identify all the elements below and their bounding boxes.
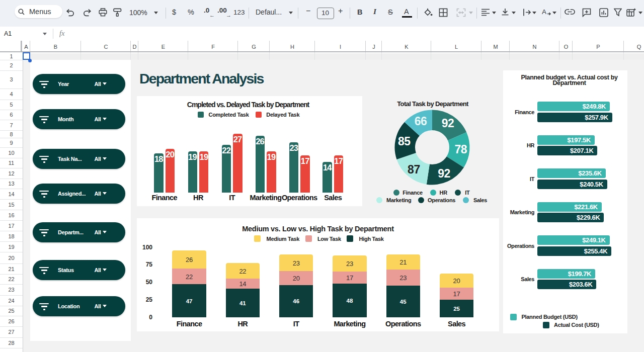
svg-text:A: A (542, 8, 546, 16)
